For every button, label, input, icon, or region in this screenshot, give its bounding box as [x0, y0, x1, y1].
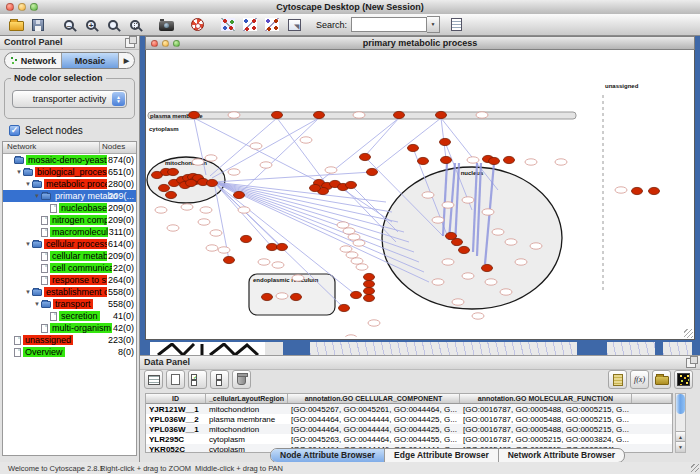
new-attr-button[interactable] [166, 370, 185, 389]
unselect-attrs-button[interactable] [210, 370, 229, 389]
vizmapper-button[interactable] [284, 15, 304, 35]
graph-node-label[interactable] [198, 219, 210, 225]
tree-row-establishment-of-lo[interactable]: ▼establishment of lo558(0) [3, 286, 136, 298]
graph-node-label[interactable] [300, 137, 312, 143]
table-cell[interactable]: mitochondrion [206, 425, 288, 434]
app-resize-grip[interactable] [691, 464, 699, 472]
graph-node-label[interactable] [206, 245, 218, 251]
graph-node[interactable] [277, 243, 288, 250]
graph-node[interactable] [360, 153, 371, 160]
graph-node[interactable] [649, 187, 660, 194]
graph-node-label[interactable] [276, 293, 288, 299]
matrix-button[interactable] [674, 370, 693, 389]
table-header-annotation.GO MOLECULAR_FUNCTION[interactable]: annotation.GO MOLECULAR_FUNCTION [460, 394, 632, 403]
table-cell[interactable]: [GO:0016787, GO:0005488, GO:0005215, G..… [460, 425, 632, 434]
graph-node-label[interactable] [368, 320, 380, 326]
graph-node-label[interactable] [228, 112, 240, 118]
graph-node[interactable] [367, 168, 378, 175]
graph-node[interactable] [291, 293, 302, 300]
attr-list-button[interactable] [608, 370, 627, 389]
graph-node-label[interactable] [260, 162, 272, 168]
graph-node-label[interactable] [155, 207, 167, 213]
help-button[interactable] [187, 15, 207, 35]
graph-node[interactable] [166, 191, 177, 198]
graph-node-label[interactable] [476, 112, 488, 118]
save-button[interactable] [28, 15, 48, 35]
graph-node-label[interactable] [348, 234, 360, 240]
graph-node-label[interactable] [442, 259, 454, 265]
table-header-blank[interactable] [632, 394, 672, 403]
graph-node-label[interactable] [442, 202, 454, 208]
window-resize-grip[interactable] [684, 329, 693, 338]
search-dropdown-arrow-icon[interactable]: ▼ [427, 16, 440, 33]
tab-edge-attribute-browser[interactable]: Edge Attribute Browser [385, 449, 499, 462]
graph-node-label[interactable] [325, 167, 337, 173]
graph-node-label[interactable] [205, 155, 217, 161]
tree-row-unassigned[interactable]: unassigned223(0) [3, 334, 136, 346]
tab-mosaic[interactable]: Mosaic [62, 53, 119, 68]
tree-row-biological-process[interactable]: ▼biological_process651(0) [3, 166, 136, 178]
graph-node-label[interactable] [272, 262, 284, 268]
rows-button[interactable] [144, 370, 163, 389]
disclosure-triangle-icon[interactable]: ▼ [15, 169, 23, 175]
graph-node[interactable] [408, 144, 419, 151]
table-row[interactable]: YLR295Ccytoplasm[GO:0045263, GO:0044464,… [146, 434, 672, 444]
table-cell[interactable]: YJR121W__1 [146, 405, 206, 414]
import-attrs-button[interactable] [652, 370, 671, 389]
graph-node-label[interactable] [258, 259, 270, 265]
compartment-nucleus[interactable] [382, 167, 562, 309]
graph-node-label[interactable] [555, 159, 567, 165]
graph-node-label[interactable] [343, 228, 355, 234]
table-cell[interactable]: [GO:0016787, GO:0005488, GO:0005215, G..… [460, 405, 632, 414]
table-cell[interactable]: [GO:0016787, GO:0005488, GO:0005215, G..… [460, 415, 632, 424]
graph-node-label[interactable] [292, 275, 304, 281]
graph-node-label[interactable] [432, 217, 444, 223]
delete-attr-button[interactable] [232, 370, 251, 389]
annotation-button[interactable] [446, 15, 466, 35]
graph-node-label[interactable] [482, 209, 494, 215]
table-cell[interactable]: [GO:0045263, GO:0044464, GO:0044455, G..… [288, 435, 460, 444]
graph-node[interactable] [418, 157, 429, 164]
network-canvas[interactable]: plasma membranecytoplasmmitochondrionnuc… [145, 50, 695, 340]
graph-node[interactable] [234, 191, 245, 198]
tree-row-mosaic-demo-yeast[interactable]: mosaic-demo-yeast874(0) [3, 154, 136, 166]
graph-node-label[interactable] [485, 279, 497, 285]
disclosure-triangle-icon[interactable]: ▼ [33, 193, 41, 199]
table-cell[interactable]: cytoplasm [206, 435, 288, 444]
graph-node-label[interactable] [218, 247, 230, 253]
zoom-out-button[interactable] [59, 15, 79, 35]
background-window-fragment[interactable] [265, 342, 283, 355]
graph-node[interactable] [241, 235, 252, 242]
graph-node-label[interactable] [615, 187, 627, 193]
graph-node-label[interactable] [200, 207, 212, 213]
graph-node[interactable] [207, 179, 218, 186]
table-scrollbar[interactable]: ▲ ▼ [675, 393, 686, 453]
graph-node[interactable] [339, 304, 350, 311]
table-cell[interactable]: plasma membrane [206, 415, 288, 424]
graph-node[interactable] [159, 184, 170, 191]
table-cell[interactable]: [GO:0045267, GO:0045261, GO:0044464, G..… [288, 405, 460, 414]
tree-row-response-to-stimulu[interactable]: response to stimulu264(0) [3, 274, 136, 286]
graph-node-label[interactable] [500, 289, 512, 295]
graph-node[interactable] [394, 111, 405, 118]
zoom-fit-button[interactable] [125, 15, 145, 35]
table-header-annotation.GO CELLULAR_COMPONENT[interactable]: annotation.GO CELLULAR_COMPONENT [288, 394, 460, 403]
tree-row-transport[interactable]: ▼transport558(0) [3, 298, 136, 310]
tab-network[interactable]: Network [5, 53, 62, 68]
tree-row-metabolic-process[interactable]: ▼metabolic process280(0) [3, 178, 136, 190]
graph-node-label[interactable] [525, 159, 537, 165]
graph-node[interactable] [364, 294, 375, 301]
tree-row-macromolecule[interactable]: macromolecule311(0) [3, 226, 136, 238]
graph-node-label[interactable] [340, 246, 352, 252]
float-panel-icon[interactable] [125, 38, 135, 48]
tree-row-secretion[interactable]: secretion41(0) [3, 310, 136, 322]
graph-node-label[interactable] [250, 143, 262, 149]
graph-node[interactable] [351, 291, 362, 298]
graph-node[interactable] [224, 256, 235, 263]
graph-node[interactable] [189, 111, 200, 118]
disclosure-triangle-icon[interactable]: ▼ [33, 301, 41, 307]
graph-node-label[interactable] [181, 204, 193, 210]
table-cell[interactable]: YPL036W__2 [146, 415, 206, 424]
tree-row-primary-metabo[interactable]: ▼primary metabo209(... [3, 190, 136, 202]
background-window-fragment[interactable] [607, 342, 655, 355]
